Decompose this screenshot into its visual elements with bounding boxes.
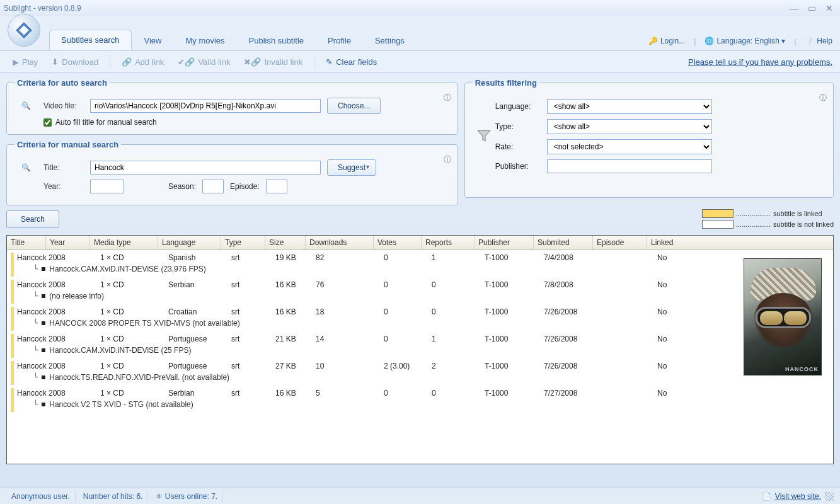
filter-type-label: Type: [495,122,541,131]
tab-my-movies[interactable]: My movies [174,31,236,50]
add-link-button[interactable]: 🔗Add link [117,55,169,69]
col-type[interactable]: Type [221,236,265,249]
key-icon: 🔑 [648,37,659,47]
col-reports[interactable]: Reports [422,236,475,249]
filter-publisher-input[interactable] [547,159,712,173]
col-downloads[interactable]: Downloads [306,236,374,249]
minimize-icon[interactable]: — [787,3,801,13]
users-icon: ⚛ [156,492,163,501]
col-submitted[interactable]: Submited [534,236,593,249]
col-media[interactable]: Media type [90,236,158,249]
linked-swatch [702,209,734,218]
download-icon: ⬇ [52,57,59,67]
resize-grip-icon[interactable] [825,492,834,501]
magnifier-binary-icon: 🔍 [14,101,37,110]
col-publisher[interactable]: Publisher [475,236,534,249]
year-input[interactable] [90,180,124,193]
col-votes[interactable]: Votes [374,236,422,249]
play-button[interactable]: ▶Play [8,55,43,69]
window-title: Sublight - version 0.8.9 [4,4,81,13]
status-user: Anonymous user. [6,491,76,502]
auto-search-legend: Criteria for auto search [14,78,110,88]
check-link-icon: ✔🔗 [178,57,195,67]
invalid-link-button[interactable]: ✖🔗Invalid link [239,55,308,69]
help-link[interactable]: ❔Help [805,37,832,47]
globe-icon: 🌐 [705,37,715,47]
toolbar: ▶Play ⬇Download 🔗Add link ✔🔗Valid link ✖… [0,50,840,73]
status-hits: Number of hits: 6. [78,491,149,502]
suggest-button[interactable]: Suggest [327,159,376,176]
episode-label: Episode: [230,182,260,191]
tab-view[interactable]: View [133,31,173,50]
tab-settings[interactable]: Settings [364,31,416,50]
visit-website-link[interactable]: Visit web site. [775,492,821,501]
main-tabs: Subtitles search View My movies Publish … [49,30,416,50]
tab-profile[interactable]: Profile [316,31,362,50]
info-icon[interactable]: ⓘ [819,93,828,101]
auto-fill-label: Auto fill title for manual search [55,118,157,127]
filter-publisher-label: Publisher: [495,162,541,171]
clear-fields-button[interactable]: ✎Clear fields [321,55,382,69]
play-icon: ▶ [13,57,19,67]
video-file-input[interactable] [90,99,321,113]
auto-fill-checkbox[interactable] [43,118,52,127]
video-file-label: Video file: [43,101,84,110]
table-row[interactable]: Hancock 2008 1 × CD Serbian srt 16 KB 76… [7,277,833,304]
login-link[interactable]: 🔑Login... [648,37,685,47]
results-filter-group: Results filtering ⓘ Language: <show all>… [464,78,834,198]
magnifier-abc-icon: 🔍 [14,163,37,172]
manual-search-legend: Criteria for manual search [14,140,121,149]
col-episode[interactable]: Episode [593,236,647,249]
valid-link-button[interactable]: ✔🔗Valid link [173,55,235,69]
filter-rate-label: Rate: [495,142,541,151]
info-icon[interactable]: ⓘ [444,154,452,163]
problems-link[interactable]: Please tell us if you have any problems. [688,57,832,67]
download-button[interactable]: ⬇Download [47,55,103,69]
notlinked-swatch [702,220,734,229]
table-row[interactable]: Hancock 2008 1 × CD Spanish srt 19 KB 82… [7,250,833,277]
close-icon[interactable]: ✕ [822,3,836,13]
auto-search-group: Criteria for auto search ⓘ 🔍 Video file:… [6,78,458,135]
link-icon: 🔗 [122,57,132,67]
season-label: Season: [168,182,196,191]
table-row[interactable]: Hancock 2008 1 × CD Serbian srt 16 KB 5 … [7,386,833,413]
filter-rate-select[interactable]: <not selected> [547,139,712,154]
maximize-icon[interactable]: ▭ [805,3,819,13]
info-icon[interactable]: ⓘ [444,93,452,101]
table-row[interactable]: Hancock 2008 1 × CD Portuguese srt 27 KB… [7,358,833,386]
filter-legend: Results filtering [473,78,539,88]
filter-language-select[interactable]: <show all> [547,99,712,114]
title-input[interactable] [90,161,321,175]
movie-poster: HANCOCK [744,258,822,375]
grid-header: Title Year Media type Language Type Size… [7,236,833,250]
eraser-icon: ✎ [326,57,333,67]
col-size[interactable]: Size [265,236,306,249]
table-row[interactable]: Hancock 2008 1 × CD Croatian srt 16 KB 1… [7,304,833,331]
help-icon: ❔ [805,37,815,47]
manual-search-group: Criteria for manual search ⓘ 🔍 Title: Su… [6,140,458,205]
filter-type-select[interactable]: <show all> [547,119,712,134]
choose-button[interactable]: Choose... [327,98,381,114]
tab-subtitles-search[interactable]: Subtitles search [49,30,132,50]
col-title[interactable]: Title [7,236,46,249]
year-label: Year: [43,182,84,191]
col-year[interactable]: Year [46,236,90,249]
cross-link-icon: ✖🔗 [244,57,261,67]
table-row[interactable]: Hancock 2008 1 × CD Portuguese srt 21 KB… [7,331,833,358]
funnel-icon [473,94,495,178]
filter-language-label: Language: [495,102,541,111]
episode-input[interactable] [266,180,287,193]
language-selector[interactable]: 🌐Language: English ▾ [705,37,785,47]
titlebar: Sublight - version 0.8.9 — ▭ ✕ [0,0,840,16]
col-language[interactable]: Language [158,236,221,249]
search-button[interactable]: Search [6,210,59,228]
legend: .................. subtitle is linked ..… [702,209,834,229]
status-online: ⚛ Users online: 7. [151,491,223,502]
title-label: Title: [43,163,84,172]
col-linked[interactable]: Linked [647,236,685,249]
season-input[interactable] [202,180,224,193]
tab-publish-subtitle[interactable]: Publish subtitle [238,31,315,50]
results-grid: Title Year Media type Language Type Size… [6,235,834,464]
status-bar: Anonymous user. Number of hits: 6. ⚛ Use… [0,488,840,504]
web-icon: 📄 [762,492,771,501]
